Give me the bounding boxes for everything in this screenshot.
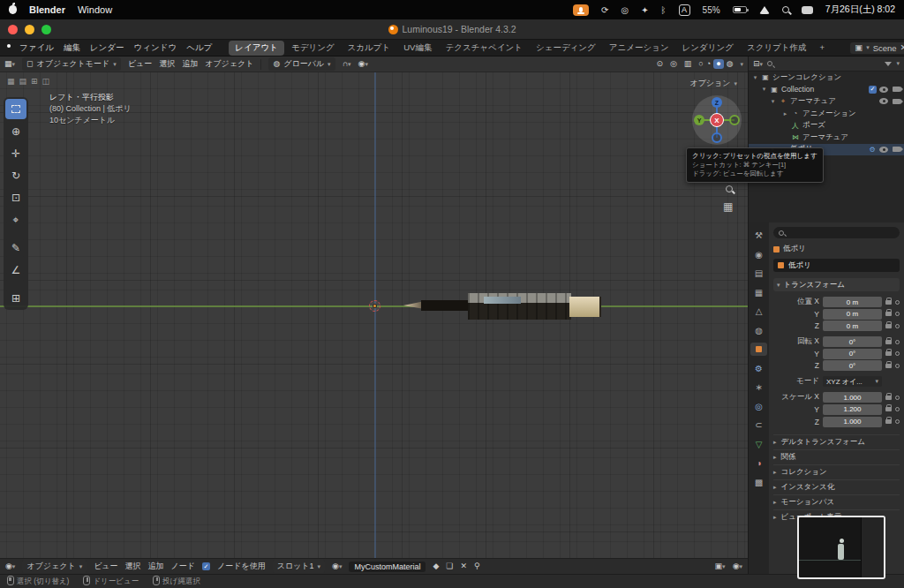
- gizmo-z-axis[interactable]: Z: [712, 97, 722, 108]
- move-tool[interactable]: ✛: [5, 143, 26, 163]
- shader-view-menu[interactable]: ビュー: [94, 561, 117, 572]
- shader-editor-type-icon[interactable]: ◉▾: [5, 562, 15, 570]
- viewport-grid-icon[interactable]: ▦: [723, 201, 733, 212]
- unlink-material-icon[interactable]: ✕: [460, 562, 467, 570]
- lock-icon[interactable]: [885, 419, 892, 424]
- pin-icon[interactable]: ⚲: [474, 562, 480, 570]
- outliner-item-armature-data[interactable]: ⋈ アーマチュア: [749, 132, 904, 144]
- viewport-options-dropdown[interactable]: オプション▾: [689, 78, 737, 89]
- material-name-field[interactable]: MyCustomMaterial: [349, 562, 426, 572]
- shader-overlay-icon[interactable]: ◉▾: [733, 562, 742, 570]
- material-slot-selector[interactable]: スロット1▾: [273, 560, 325, 573]
- viewport-editor-type-icon[interactable]: ▦▾: [4, 60, 15, 68]
- add-cube-tool[interactable]: ⊞: [5, 288, 26, 308]
- scale-x-field[interactable]: 1.000: [823, 392, 882, 403]
- animate-decorator-icon[interactable]: [895, 324, 900, 328]
- bluetooth-icon[interactable]: ᛒ: [661, 5, 667, 15]
- material-properties-tab[interactable]: ◑: [750, 456, 767, 470]
- animate-decorator-icon[interactable]: [895, 351, 900, 356]
- tool-properties-tab[interactable]: ⚒: [750, 229, 767, 242]
- shader-mode-selector[interactable]: オブジェクト▾: [22, 560, 87, 573]
- scale-tool[interactable]: ⊡: [5, 187, 26, 207]
- viewport-select-menu[interactable]: 選択: [159, 58, 175, 70]
- mesh-object-lowpoly[interactable]: [402, 290, 603, 321]
- tab-rendering[interactable]: レンダリング: [676, 41, 740, 56]
- expand-arrow-icon[interactable]: ▾: [770, 98, 776, 105]
- render-menu[interactable]: レンダー: [90, 42, 124, 54]
- collection-checkbox-icon[interactable]: ✓: [869, 86, 877, 94]
- viewport-add-menu[interactable]: 追加: [182, 58, 198, 70]
- browse-material-icon[interactable]: ◉▾: [332, 562, 342, 570]
- rotate-tool[interactable]: ↻: [5, 165, 26, 185]
- animate-decorator-icon[interactable]: [895, 407, 900, 411]
- copy-material-icon[interactable]: ❏: [446, 562, 453, 570]
- gizmo-z-neg-axis[interactable]: [712, 132, 722, 143]
- outliner-editor-type-icon[interactable]: ⊟▾: [753, 60, 763, 68]
- mic-indicator-icon[interactable]: [573, 4, 589, 16]
- gizmo-y-axis[interactable]: Y: [694, 115, 704, 125]
- macos-window-menu[interactable]: Window: [78, 4, 112, 15]
- spotlight-search-icon[interactable]: [782, 6, 789, 13]
- corner-toggle-icon[interactable]: ▤: [19, 78, 27, 86]
- viewport-view-menu[interactable]: ビュー: [128, 58, 152, 70]
- wifi-icon[interactable]: [759, 6, 770, 14]
- zoom-window-button[interactable]: [41, 25, 51, 34]
- section-delta-transform[interactable]: ▸デルタトランスフォーム: [773, 434, 900, 449]
- mode-selector[interactable]: ◻ オブジェクトモード▾: [22, 57, 121, 71]
- rotation-mode-dropdown[interactable]: XYZ オイ...▾: [823, 376, 882, 387]
- file-menu[interactable]: ファイル: [19, 42, 54, 54]
- outliner-item-animation[interactable]: ▸ ◔ アニメーション: [749, 108, 904, 120]
- animate-decorator-icon[interactable]: [895, 300, 900, 305]
- outliner-item-scene-collection[interactable]: ▾ ▣ シーンコレクション: [749, 72, 904, 84]
- hide-in-viewport-icon[interactable]: [879, 87, 888, 93]
- corner-toggle-icon[interactable]: ⊞: [31, 78, 38, 86]
- location-x-field[interactable]: 0 m: [823, 297, 882, 307]
- object-properties-tab[interactable]: [750, 343, 767, 356]
- render-properties-tab[interactable]: ◉: [750, 248, 767, 261]
- rotation-x-field[interactable]: 0°: [823, 336, 882, 347]
- menubar-chat-icon[interactable]: ✦: [641, 5, 648, 15]
- transform-panel-header[interactable]: ▾トランスフォーム: [773, 278, 900, 291]
- section-relations[interactable]: ▸関係: [773, 449, 900, 464]
- tab-scripting[interactable]: スクリプト作成: [741, 41, 813, 56]
- edit-menu[interactable]: 編集: [64, 42, 80, 54]
- outliner-filter-icon[interactable]: [885, 62, 892, 66]
- cursor-tool[interactable]: ⊕: [5, 121, 26, 141]
- animate-decorator-icon[interactable]: [895, 364, 900, 368]
- show-overlays-icon[interactable]: ◎: [670, 60, 677, 68]
- new-scene-icon[interactable]: ✕: [900, 43, 904, 52]
- disable-in-render-icon[interactable]: [893, 147, 900, 152]
- scene-selector[interactable]: ▣ ▾ Scene ✕: [850, 42, 904, 54]
- snap-node-icon[interactable]: ▣▾: [715, 562, 726, 570]
- show-gizmo-icon[interactable]: ⊙: [656, 60, 663, 68]
- corner-toggle-icon[interactable]: ◫: [42, 78, 50, 86]
- object-name-field[interactable]: 低ポリ: [773, 259, 900, 272]
- outliner-item-armature-object[interactable]: ▾ ⌖ アーマチュア: [749, 95, 904, 108]
- annotate-tool[interactable]: ✎: [5, 237, 26, 258]
- lock-icon[interactable]: [885, 407, 892, 411]
- view-layer-properties-tab[interactable]: ▦: [750, 286, 767, 299]
- lock-icon[interactable]: [885, 312, 892, 316]
- hide-in-viewport-icon[interactable]: [879, 98, 888, 104]
- output-properties-tab[interactable]: ▤: [750, 267, 767, 280]
- outliner-filter-dropdown-icon[interactable]: ▾: [896, 60, 900, 67]
- window-menu[interactable]: ウィンドウ: [134, 42, 177, 54]
- shader-add-menu[interactable]: 追加: [148, 561, 164, 572]
- snap-magnet-icon[interactable]: ∩▾: [343, 60, 351, 68]
- animate-decorator-icon[interactable]: [895, 312, 900, 316]
- help-menu[interactable]: ヘルプ: [186, 42, 212, 54]
- hide-in-viewport-icon[interactable]: [879, 147, 888, 153]
- tab-layout[interactable]: レイアウト: [229, 41, 284, 56]
- screen-recording-pip-overlay[interactable]: [797, 516, 885, 579]
- control-center-icon[interactable]: [802, 6, 813, 14]
- section-collections[interactable]: ▸コレクション: [773, 464, 900, 479]
- input-source-icon[interactable]: A: [679, 4, 690, 16]
- shader-node-menu[interactable]: ノード: [171, 561, 195, 572]
- outliner-search-icon[interactable]: [767, 61, 772, 66]
- proportional-edit-icon[interactable]: ◉▾: [358, 60, 368, 68]
- physics-properties-tab[interactable]: ◎: [750, 400, 767, 413]
- shader-select-menu[interactable]: 選択: [125, 561, 141, 572]
- corner-toggle-icon[interactable]: ▦: [7, 78, 15, 86]
- viewport-zoom-icon[interactable]: [726, 185, 733, 192]
- particles-properties-tab[interactable]: ∗: [750, 381, 767, 394]
